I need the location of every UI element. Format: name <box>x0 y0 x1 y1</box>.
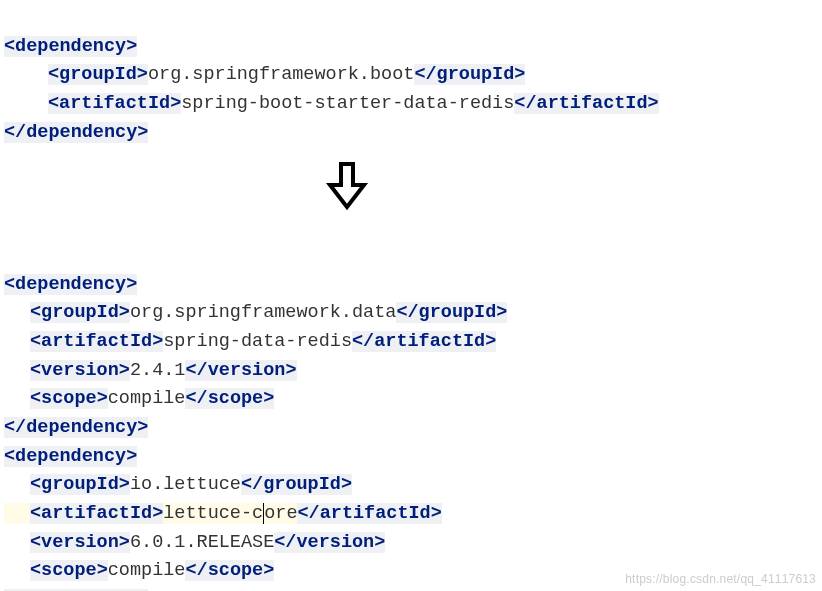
dep0-groupid-value: org.springframework.data <box>130 302 396 323</box>
dep1-version-value: 6.0.1.RELEASE <box>130 532 274 553</box>
top-groupid-value: org.springframework.boot <box>148 64 414 85</box>
xml-code-top: <dependency> <groupId>org.springframewor… <box>4 4 822 147</box>
dep1-artifactid-value-a: lettuce-c <box>163 503 263 524</box>
dep0-version-value: 2.4.1 <box>130 360 186 381</box>
dep0-scope-value: compile <box>108 388 186 409</box>
tag-version: version <box>41 360 119 381</box>
xml-code-bottom: <dependency> <groupId>org.springframewor… <box>4 242 822 591</box>
dep1-artifactid-value-b: ore <box>264 503 297 524</box>
watermark-text: https://blog.csdn.net/qq_41117613 <box>625 570 816 589</box>
dep0-artifactid-value: spring-data-redis <box>163 331 352 352</box>
dep1-groupid-value: io.lettuce <box>130 474 241 495</box>
top-artifactid-value: spring-boot-starter-data-redis <box>181 93 514 114</box>
tag-scope: scope <box>41 388 97 409</box>
dep1-scope-value: compile <box>108 560 186 581</box>
tag-dependency-close: dependency <box>26 122 137 143</box>
tag-dependency-open: dependency <box>15 36 126 57</box>
arrow-down-icon <box>4 161 822 224</box>
tag-groupid: groupId <box>59 64 137 85</box>
tag-artifactid: artifactId <box>59 93 170 114</box>
